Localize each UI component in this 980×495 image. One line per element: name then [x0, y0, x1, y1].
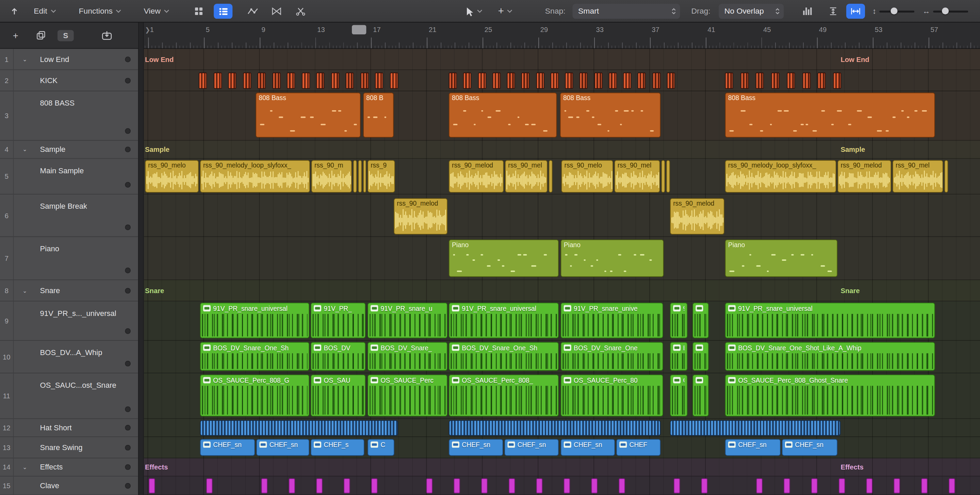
clave-region[interactable]	[619, 478, 625, 493]
kick-region[interactable]	[667, 73, 675, 89]
audio-region[interactable]: rss_90_melod	[837, 160, 891, 193]
snare-region[interactable]: 91V_PR_snare_unive	[561, 302, 663, 338]
snare-region[interactable]: 91V_PR_snare_universal	[449, 302, 559, 338]
clave-region[interactable]	[509, 478, 515, 493]
lane-main-sample[interactable]: rss_90_melorss_90_melody_loop_slyfoxx_rs…	[143, 159, 980, 195]
menu-edit[interactable]: Edit	[34, 0, 56, 22]
snare-swing-region[interactable]: CHEF_sn	[449, 439, 503, 456]
midi-region-808[interactable]: 808 B	[363, 92, 394, 137]
snare-region[interactable]: O	[670, 374, 687, 416]
midi-region-piano[interactable]: Piano	[561, 239, 664, 277]
clave-region[interactable]	[316, 478, 322, 493]
kick-region[interactable]	[316, 73, 324, 89]
audio-region[interactable]: rss_90_melod	[670, 198, 724, 234]
lane-effects[interactable]: EffectsEffects	[143, 458, 980, 476]
kick-region[interactable]	[228, 73, 236, 89]
kick-region[interactable]	[214, 73, 222, 89]
snare-swing-region[interactable]: CHEF_sn	[782, 439, 837, 456]
clave-region[interactable]	[149, 478, 155, 493]
snare-region[interactable]: OS_SAUCE_Perc_808_Ghost_Snare	[725, 374, 935, 416]
track-header-main-sample[interactable]: 5Main Sample	[0, 159, 138, 195]
audio-region[interactable]	[944, 160, 948, 193]
vertical-zoom-knob[interactable]	[891, 8, 897, 14]
audio-region[interactable]: rss_90_melod	[449, 160, 504, 193]
kick-region[interactable]	[287, 73, 295, 89]
track-header-bos-dv-a-whip[interactable]: 10BOS_DV...A_Whip	[0, 341, 138, 374]
clave-region[interactable]	[701, 478, 708, 493]
clave-region[interactable]	[261, 478, 267, 493]
track-status-dot[interactable]	[125, 464, 130, 470]
track-header-sample[interactable]: 4⌄Sample	[0, 141, 138, 159]
lane-kick[interactable]	[143, 70, 980, 91]
clave-region[interactable]	[784, 478, 790, 493]
global-tracks-button[interactable]	[99, 29, 115, 41]
kick-region[interactable]	[463, 73, 471, 89]
audio-region[interactable]: rss_90_melod	[394, 198, 447, 234]
track-header-low-end[interactable]: 1⌄Low End	[0, 49, 138, 70]
snare-region[interactable]: 9	[670, 302, 687, 338]
clave-region[interactable]	[289, 478, 295, 493]
lane-91v-pr-s-universal[interactable]: 91V_PR_snare_universal91V_PR_91V_PR_snar…	[143, 301, 980, 341]
audio-region[interactable]: rss_90_melody_loop_slyfoxx_	[200, 160, 310, 193]
track-status-dot[interactable]	[125, 445, 130, 450]
audio-region[interactable]: rss_90_melo	[145, 160, 199, 193]
clave-region[interactable]	[206, 478, 212, 493]
hat-region[interactable]	[670, 420, 840, 436]
kick-region[interactable]	[637, 73, 646, 89]
up-arrow-button[interactable]	[10, 0, 19, 22]
clave-region[interactable]	[344, 478, 350, 493]
kick-region[interactable]	[507, 73, 515, 89]
track-header-hat-short[interactable]: 12Hat Short	[0, 419, 138, 437]
track-header-sample-break[interactable]: 6Sample Break	[0, 194, 138, 237]
lane-sample[interactable]: SampleSample	[143, 141, 980, 159]
audio-region[interactable]	[661, 160, 665, 193]
disclosure-triangle-icon[interactable]: ⌄	[22, 287, 27, 293]
kick-region[interactable]	[772, 73, 780, 89]
snare-region[interactable]	[692, 302, 709, 338]
track-header-os-sauc-ost-snare[interactable]: 11OS_SAUC...ost_Snare	[0, 374, 138, 419]
track-header-snare-swing[interactable]: 13Snare Swing	[0, 437, 138, 458]
snare-region[interactable]: BOS_DV_Snare_One_Sh	[449, 342, 559, 371]
track-status-dot[interactable]	[125, 56, 130, 62]
horizontal-auto-zoom-button[interactable]	[846, 4, 865, 19]
track-header-piano[interactable]: 7Piano	[0, 237, 138, 280]
snare-swing-region[interactable]: CHEF	[616, 439, 660, 456]
snare-swing-region[interactable]: CHEF_sn	[256, 439, 309, 456]
clave-region[interactable]	[426, 478, 433, 493]
add-track-button[interactable]: +	[8, 29, 24, 41]
kick-region[interactable]	[478, 73, 486, 89]
kick-region[interactable]	[609, 73, 617, 89]
audio-region[interactable]: rss_90_m	[311, 160, 352, 193]
lane-snare[interactable]: SnareSnare	[143, 280, 980, 301]
kick-region[interactable]	[390, 73, 398, 89]
midi-region-808[interactable]: 808 Bass	[725, 92, 935, 137]
drag-select[interactable]: No Overlap	[719, 4, 784, 19]
kick-region[interactable]	[653, 73, 661, 89]
vertical-auto-zoom-button[interactable]	[824, 4, 843, 19]
track-status-dot[interactable]	[125, 288, 130, 293]
midi-region-piano[interactable]: Piano	[725, 239, 838, 277]
clave-region[interactable]	[756, 478, 762, 493]
snare-swing-region[interactable]: CHEF_sn	[200, 439, 255, 456]
snare-region[interactable]: BOS_DV_Snare_One	[561, 342, 663, 371]
kick-region[interactable]	[521, 73, 530, 89]
track-status-dot[interactable]	[125, 267, 130, 274]
kick-region[interactable]	[787, 73, 795, 89]
menu-view[interactable]: View	[143, 0, 169, 22]
snare-region[interactable]: 91V_PR_	[311, 302, 366, 338]
lane-os-sauc-ost-snare[interactable]: OS_SAUCE_Perc_808_GOS_SAUOS_SAUCE_PercOS…	[143, 374, 980, 419]
lane-piano[interactable]: PianoPianoPiano	[143, 237, 980, 280]
lane-low-end[interactable]: Low EndLow End	[143, 49, 980, 70]
horizontal-zoom-knob[interactable]	[942, 8, 949, 14]
kick-region[interactable]	[272, 73, 281, 89]
kick-region[interactable]	[833, 73, 841, 89]
audio-region[interactable]: rss_90_mel	[892, 160, 943, 193]
tracks-view-button[interactable]	[214, 4, 232, 19]
kick-region[interactable]	[375, 73, 383, 89]
audio-region[interactable]: rss_90_mel	[505, 160, 547, 193]
snare-region[interactable]: 91V_PR_snare_u	[368, 302, 447, 338]
track-status-dot[interactable]	[125, 128, 130, 134]
snare-region[interactable]: OS_SAU	[311, 374, 366, 416]
snare-region[interactable]: B	[670, 342, 687, 371]
snare-swing-region[interactable]: CHEF_s	[311, 439, 364, 456]
